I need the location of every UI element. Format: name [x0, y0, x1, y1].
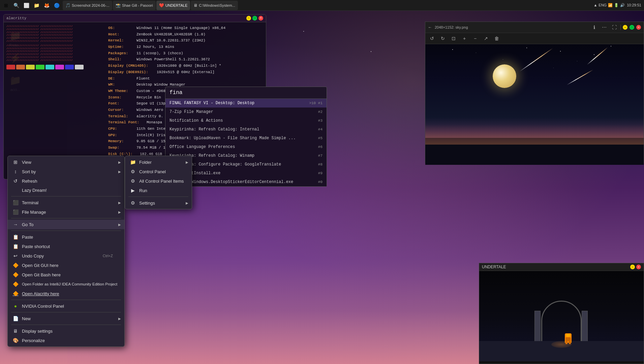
taskbar-right: ▲ ENG 📶 🔋 🔊 10:29:51 [591, 3, 644, 7]
building [503, 143, 510, 165]
ctx-undocopy[interactable]: ↩ Undo Copy Ctrl+Z [8, 251, 124, 261]
undertale-close-button[interactable]: × [636, 265, 641, 269]
image-viewer-maximize-button[interactable]: □ [630, 25, 634, 30]
ctx-terminal[interactable]: ⬛ Terminal [8, 198, 124, 207]
tab-undertale[interactable]: ❤️ UNDERTALE [156, 1, 190, 10]
delete-button[interactable]: 🗑 [493, 34, 501, 42]
tab-screenshot[interactable]: 📸 Shae Gill - Pasoori [113, 1, 156, 10]
tray-icons: ▲ ENG 📶 🔋 🔊 [593, 3, 625, 7]
ctx-lazydream-label: Lazy Dream! [22, 188, 47, 193]
ctx-paste[interactable]: 📋 Paste [8, 232, 124, 242]
separator-3 [11, 231, 121, 231]
neofetch-art: //////////////////// ///////////////////… [6, 25, 104, 176]
clock[interactable]: 10:29:51 [627, 3, 641, 7]
taskbar-left: ⊞ 🔍 ⬜ 📁 🦊 🔵 [0, 1, 63, 10]
volume-icon[interactable]: 🔊 [620, 3, 625, 7]
goto-run[interactable]: ▶ Run [125, 186, 192, 195]
files-icon[interactable]: 📁 [32, 1, 41, 10]
lang-indicator[interactable]: ENG [599, 3, 607, 7]
goto-controlpanel[interactable]: ⚙ Control Panel [125, 167, 192, 176]
keypirinha-result-1[interactable]: FINAL FANTASY VI - Desktop: Desktop >10 … [165, 99, 327, 108]
idea-icon: 🔶 [12, 281, 19, 287]
image-viewer-minimize-button[interactable]: − [623, 25, 627, 30]
battery-icon[interactable]: 🔋 [614, 3, 619, 7]
star [594, 54, 594, 55]
keypirinha-result-5[interactable]: Bookmark: UploadHaven - File Sharing Mad… [165, 134, 327, 143]
image-viewer-info-button[interactable]: ℹ [590, 23, 598, 31]
zoom-in-button[interactable]: + [460, 34, 468, 42]
ctx-sort[interactable]: ↕ Sort by [8, 167, 124, 176]
goto-settings[interactable]: ⚙ Settings [125, 198, 192, 208]
ctx-opengitbash[interactable]: 🔶 Open Git Bash here [8, 270, 124, 279]
result-label-3: Notification & Actions [170, 118, 223, 123]
task-view-button[interactable]: ⬜ [22, 1, 31, 10]
neofetch-minimize-button[interactable]: − [246, 16, 251, 21]
ctx-openidea[interactable]: 🔶 Open Folder as IntelliJ IDEA Community… [8, 279, 124, 289]
ctx-goto-label: Go To [22, 222, 33, 227]
ctx-view[interactable]: ⊞ View [8, 157, 124, 167]
rotate-right-button[interactable]: ↻ [439, 34, 447, 42]
zoom-out-button[interactable]: − [471, 34, 479, 42]
neofetch-close-button[interactable]: × [258, 16, 263, 21]
show-hidden-icon[interactable]: ▲ [593, 3, 597, 7]
ctx-openalacritty[interactable]: 🔶 Open Alacritty here [8, 289, 124, 298]
vscode-icon[interactable]: 🔵 [52, 1, 61, 10]
start-button[interactable]: ⊞ [1, 1, 11, 10]
result-num-2: #2 [318, 110, 323, 114]
ctx-displaysettings[interactable]: 🖥 Display settings [8, 326, 124, 336]
image-viewer-back-icon[interactable]: ← [428, 25, 432, 30]
ctx-filemanage[interactable]: ⬛ File Manage [8, 207, 124, 217]
goto-folder[interactable]: 📁 Folder [125, 157, 192, 167]
image-viewer-titlebar: ← 2048×1152: sky.png ℹ ⋯ ⛶ − □ × [425, 22, 644, 33]
desktop[interactable]: 📁 Proto... ⚡ Ac... 📁 acci... alacritty −… [0, 11, 644, 364]
result-label-2: 7-Zip File Manager [170, 110, 213, 114]
search-button[interactable]: 🔍 [11, 1, 21, 10]
ctx-goto[interactable]: → Go To [8, 220, 124, 229]
folder-icon: 📁 [130, 159, 136, 165]
ctx-opengitgui[interactable]: 🔶 Open Git GUI here [8, 261, 124, 270]
ctx-new[interactable]: 📄 New [8, 314, 124, 323]
result-num-3: #3 [318, 119, 323, 123]
ctx-nvidia[interactable]: ● NVIDIA Control Panel [8, 301, 124, 311]
neofetch-titlebar: alacritty − □ × [4, 14, 266, 22]
ctx-lazydream[interactable]: Lazy Dream! [8, 186, 124, 195]
tab-screenshot-label: Shae Gill - Pasoori [122, 3, 153, 7]
goto-submenu: 📁 Folder ⚙ Control Panel ⚙ All Control P… [125, 156, 192, 209]
nvidia-icon: ● [12, 303, 19, 309]
undertale-minimize-button[interactable]: − [630, 265, 635, 269]
context-menu: ⊞ View ↕ Sort by ↺ Refresh Lazy Dream! ⬛… [7, 156, 125, 347]
image-viewer-close-button[interactable]: × [636, 25, 641, 30]
keypirinha-input[interactable]: fina [165, 87, 327, 99]
keypirinha-result-4[interactable]: Keypirinha: Refresh Catalog: Internal #4 [165, 125, 327, 134]
keypirinha-result-3[interactable]: Notification & Actions #3 [165, 116, 327, 125]
result-num-7: #7 [318, 154, 323, 158]
ctx-undocopy-label: Undo Copy [22, 253, 44, 259]
ctx-pasteshortcut[interactable]: 📋 Paste shortcut [8, 242, 124, 251]
image-viewer-fullscreen-button[interactable]: ⛶ [610, 23, 618, 31]
ctx-refresh[interactable]: ↺ Refresh [8, 176, 124, 186]
pasteshortcut-icon: 📋 [12, 244, 19, 249]
image-viewer-settings-button[interactable]: ⋯ [600, 23, 608, 31]
ctx-refresh-label: Refresh [22, 179, 37, 184]
ctx-personalize[interactable]: 🎨 Personalize [8, 336, 124, 345]
result-num-1: >10 #1 [309, 101, 323, 105]
undertale-scene [479, 271, 644, 361]
rotate-left-button[interactable]: ↺ [428, 34, 436, 42]
crop-button[interactable]: ⊡ [450, 34, 458, 42]
share-button[interactable]: ↗ [482, 34, 490, 42]
goto-run-label: Run [139, 188, 147, 193]
ctx-openidea-label: Open Folder as IntelliJ IDEA Community E… [22, 282, 117, 286]
ctx-sort-label: Sort by [22, 169, 36, 174]
tab-system[interactable]: 🖥 C:\Windows\System... [191, 1, 238, 10]
neofetch-maximize-button[interactable]: □ [252, 16, 257, 21]
undertale-title: UNDERTALE [482, 265, 630, 269]
tab-pasoori[interactable]: 🎵 Screenshot 2024-06-... [63, 1, 112, 10]
goto-allcontrolpanel[interactable]: ⚙ All Control Panel Items [125, 176, 192, 186]
wifi-icon[interactable]: 📶 [608, 3, 613, 7]
keypirinha-result-2[interactable]: 7-Zip File Manager #2 [165, 108, 327, 116]
alacritty-icon: 🔶 [12, 291, 19, 296]
star [452, 49, 453, 50]
keypirinha-result-6[interactable]: Office Language Preferences #6 [165, 143, 327, 151]
result-num-5: #5 [318, 136, 323, 140]
firefox-icon[interactable]: 🦊 [42, 1, 51, 10]
